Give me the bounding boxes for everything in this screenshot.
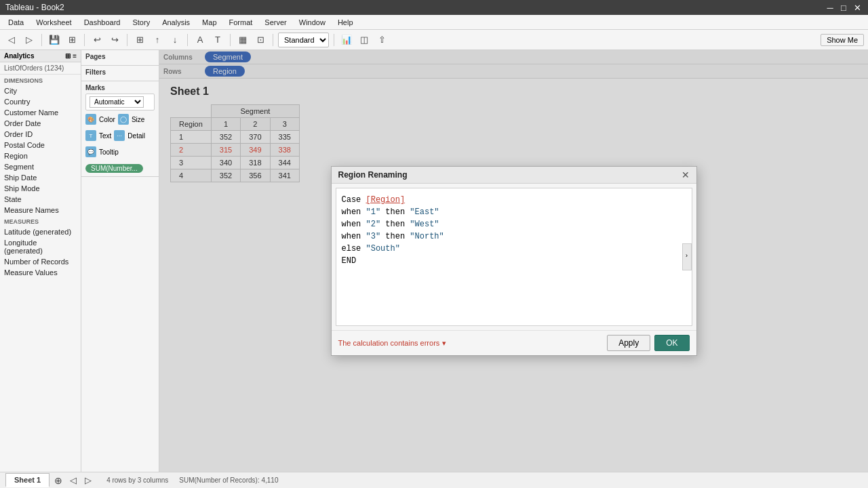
sheet-nav-right[interactable]: ▷ bbox=[81, 473, 96, 488]
menu-bar: Data Worksheet Dashboard Story Analysis … bbox=[0, 15, 868, 30]
detail-icon[interactable]: ⋯ bbox=[114, 130, 125, 141]
annotation-btn[interactable]: T bbox=[210, 33, 225, 47]
apply-button[interactable]: Apply bbox=[607, 335, 650, 351]
group-rows-btn[interactable]: ⊞ bbox=[132, 33, 147, 47]
expand-btn[interactable]: › bbox=[682, 243, 692, 270]
menu-dashboard[interactable]: Dashboard bbox=[79, 17, 126, 28]
calculation-editor[interactable]: Case [Region] when "1" then "East" when … bbox=[336, 188, 692, 326]
forward-btn[interactable]: ▷ bbox=[22, 33, 37, 47]
minimize-btn[interactable]: ─ bbox=[825, 3, 835, 13]
dim-customer-name[interactable]: Customer Name bbox=[0, 107, 81, 118]
code-when3-line: when "3" then "North" bbox=[342, 230, 686, 243]
dim-order-id[interactable]: Order ID bbox=[0, 129, 81, 140]
view-toggle-btn[interactable]: ⊡ bbox=[253, 33, 268, 47]
menu-story[interactable]: Story bbox=[127, 17, 155, 28]
marks-size-row: ◯ Size bbox=[118, 114, 144, 125]
redo-btn[interactable]: ↪ bbox=[107, 33, 122, 47]
case-keyword: Case bbox=[342, 195, 361, 205]
dim-country[interactable]: Country bbox=[0, 96, 81, 107]
main-layout: Analytics ⊞ ≡ ListOfOrders (1234) Dimens… bbox=[0, 50, 868, 472]
close-btn[interactable]: ✕ bbox=[852, 3, 863, 13]
then2-val: "West" bbox=[410, 220, 439, 229]
error-message: The calculation contains errors ▾ bbox=[338, 339, 447, 348]
highlight-btn[interactable]: A bbox=[193, 33, 208, 47]
sheet-tab-1[interactable]: Sheet 1 bbox=[5, 473, 50, 487]
panel-header-label: Analytics bbox=[4, 52, 34, 60]
modal-close-btn[interactable]: ✕ bbox=[682, 169, 690, 180]
dim-ship-mode[interactable]: Ship Mode bbox=[0, 183, 81, 194]
mea-latitude[interactable]: Latitude (generated) bbox=[0, 226, 81, 237]
end-keyword: END bbox=[342, 256, 357, 266]
sort-asc-btn[interactable]: ↑ bbox=[150, 33, 165, 47]
text-icon[interactable]: T bbox=[85, 130, 96, 141]
footer-buttons: Apply OK bbox=[607, 335, 689, 351]
then1-keyword: then bbox=[385, 207, 405, 217]
size-label[interactable]: Size bbox=[132, 116, 144, 123]
menu-analysis[interactable]: Analysis bbox=[157, 17, 195, 28]
menu-window[interactable]: Window bbox=[294, 17, 331, 28]
save-btn[interactable]: 💾 bbox=[47, 33, 62, 47]
analytics-toggle[interactable]: Analytics ⊞ ≡ bbox=[0, 50, 81, 62]
rows-info: 4 rows by 3 columns bbox=[106, 476, 168, 484]
add-sheet-btn[interactable]: ⊕ bbox=[51, 473, 66, 488]
tooltip-icon[interactable]: 💬 bbox=[85, 146, 96, 157]
mea-measure-values[interactable]: Measure Values bbox=[0, 267, 81, 278]
title-bar: Tableau - Book2 ─ □ ✕ bbox=[0, 0, 868, 15]
dimensions-label: Dimensions bbox=[0, 75, 81, 85]
mea-number-records[interactable]: Number of Records bbox=[0, 256, 81, 267]
back-btn[interactable]: ◁ bbox=[4, 33, 19, 47]
dim-region[interactable]: Region bbox=[0, 150, 81, 161]
dim-measure-names[interactable]: Measure Names bbox=[0, 205, 81, 216]
sum-pill[interactable]: SUM(Number... bbox=[85, 164, 143, 173]
else-keyword: else bbox=[342, 244, 361, 253]
modal-titlebar: ✕ bbox=[332, 167, 696, 184]
error-text-content: The calculation contains errors bbox=[338, 339, 440, 347]
tooltip-label[interactable]: Tooltip bbox=[99, 148, 119, 156]
size-icon[interactable]: ◯ bbox=[118, 114, 129, 125]
marks-tooltip-row: 💬 Tooltip bbox=[85, 146, 119, 157]
menu-worksheet[interactable]: Worksheet bbox=[31, 17, 77, 28]
sheet-nav-left[interactable]: ◁ bbox=[66, 473, 81, 488]
undo-btn[interactable]: ↩ bbox=[90, 33, 104, 47]
menu-help[interactable]: Help bbox=[332, 17, 359, 28]
sort-desc-btn[interactable]: ↓ bbox=[167, 33, 182, 47]
ok-button[interactable]: OK bbox=[654, 335, 689, 351]
menu-server[interactable]: Server bbox=[259, 17, 292, 28]
standard-select[interactable]: Standard bbox=[278, 33, 329, 47]
color-label[interactable]: Color bbox=[99, 116, 115, 123]
marks-type-select[interactable]: Automatic bbox=[90, 96, 144, 108]
menu-format[interactable]: Format bbox=[224, 17, 258, 28]
chart-type-btn[interactable]: 📊 bbox=[339, 33, 354, 47]
menu-map[interactable]: Map bbox=[197, 17, 222, 28]
mea-longitude[interactable]: Longitude (generated) bbox=[0, 237, 81, 256]
dim-city[interactable]: City bbox=[0, 85, 81, 96]
dim-order-date[interactable]: Order Date bbox=[0, 118, 81, 129]
share-btn[interactable]: ⇧ bbox=[374, 33, 389, 47]
text-label[interactable]: Text bbox=[99, 132, 111, 140]
modal-title-input[interactable] bbox=[338, 170, 542, 180]
restore-btn[interactable]: □ bbox=[838, 3, 849, 13]
data-source-label[interactable]: ListOfOrders (1234) bbox=[4, 64, 64, 72]
detail-label[interactable]: Detail bbox=[127, 132, 145, 140]
marks-detail-row: ⋯ Detail bbox=[114, 130, 145, 141]
filters-section: Filters bbox=[81, 66, 159, 81]
region-field: [Region] bbox=[366, 195, 406, 205]
error-arrow-icon[interactable]: ▾ bbox=[442, 339, 446, 348]
bar-chart-btn[interactable]: ▦ bbox=[235, 33, 250, 47]
menu-data[interactable]: Data bbox=[3, 17, 29, 28]
new-datasource-btn[interactable]: ⊞ bbox=[64, 33, 79, 47]
sum-info: SUM(Number of Records): 4,110 bbox=[179, 476, 278, 484]
chart-type2-btn[interactable]: ◫ bbox=[357, 33, 372, 47]
tab-bar: Sheet 1 ⊕ ◁ ▷ bbox=[5, 473, 96, 488]
dim-state[interactable]: State bbox=[0, 194, 81, 205]
dim-segment[interactable]: Segment bbox=[0, 161, 81, 172]
toolbar-separator-4 bbox=[187, 34, 188, 46]
show-me-btn[interactable]: Show Me bbox=[821, 34, 864, 46]
window-controls: ─ □ ✕ bbox=[825, 3, 863, 13]
color-icon[interactable]: 🎨 bbox=[85, 114, 96, 125]
dim-ship-date[interactable]: Ship Date bbox=[0, 172, 81, 183]
when1-keyword: when bbox=[342, 207, 361, 217]
toolbar-separator-7 bbox=[334, 34, 334, 46]
dim-postal-code[interactable]: Postal Code bbox=[0, 140, 81, 150]
panel-icons: ⊞ ≡ bbox=[65, 52, 77, 60]
